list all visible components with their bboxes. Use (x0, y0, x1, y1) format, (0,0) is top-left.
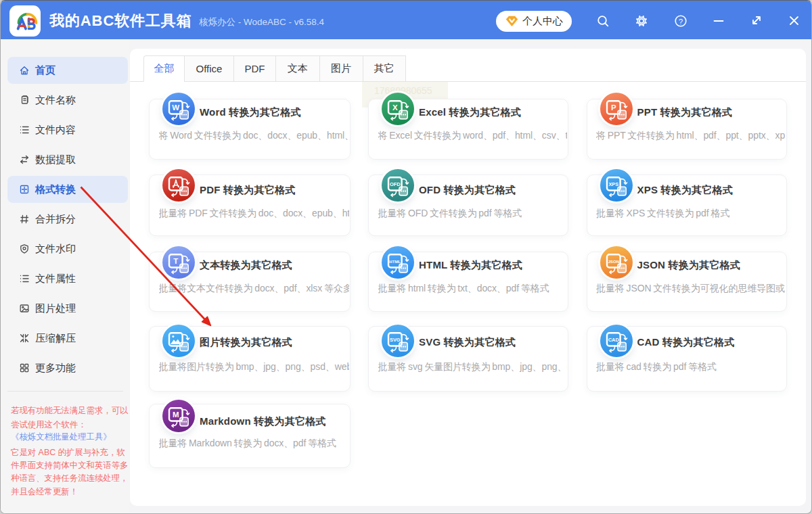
svg-text:M: M (173, 411, 179, 419)
svg-text:X: X (392, 103, 398, 112)
svg-text:W: W (172, 103, 179, 112)
svg-text:HTML: HTML (389, 258, 401, 263)
svg-text:SVG: SVG (390, 337, 401, 343)
svg-text:CAD: CAD (608, 337, 619, 343)
svg-text:XPS: XPS (608, 181, 618, 187)
svg-text:OFD: OFD (390, 181, 401, 187)
svg-text:?: ? (679, 18, 683, 26)
svg-text:P: P (610, 103, 616, 112)
svg-text:JSON: JSON (608, 258, 619, 263)
